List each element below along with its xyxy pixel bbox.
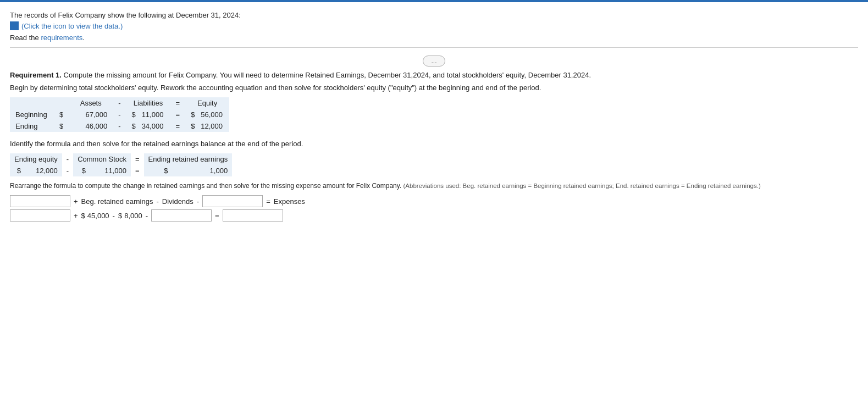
beginning-label: Beginning [10, 109, 54, 120]
formula-header-minus: - [62, 153, 73, 165]
col-header-assets: Assets [69, 97, 113, 109]
formula-header-common-stock: Common Stock [73, 153, 131, 165]
beginning-equity: $ 56,000 [185, 109, 229, 120]
formula-dollar3: $ [144, 165, 173, 176]
eq-op-row1: = [265, 197, 272, 206]
dividends-label: Dividends [162, 197, 193, 206]
read-requirements-text: Read the requirements. [10, 34, 858, 42]
data-icon-link[interactable]: (Click the icon to view the data.) [10, 21, 123, 30]
minus-op1-row2: - [112, 212, 116, 220]
rearrange-row1: + Beg. retained earnings - Dividends - =… [10, 195, 858, 207]
formula-dollar2: $ [73, 165, 90, 176]
beginning-dollar1: $ [54, 109, 69, 120]
formula-ending-equity-val: 12,000 [25, 165, 62, 176]
ending-label: Ending [10, 120, 54, 132]
rearrange-input2-row2[interactable] [151, 209, 212, 222]
beg-retained-value: 45,000 [87, 212, 109, 220]
icon-link-label: (Click the icon to view the data.) [21, 22, 123, 30]
formula-ending-retained-val: 1,000 [173, 165, 233, 176]
ending-minus: - [113, 120, 126, 132]
grid-icon [10, 21, 19, 30]
formula-header-ending-equity: Ending equity [10, 153, 62, 165]
formula-header-eq: = [131, 153, 144, 165]
divider [10, 47, 858, 48]
minus-op2-row1: - [196, 197, 200, 206]
dividends-value: 8,000 [124, 212, 142, 220]
eq-op-row2: = [214, 212, 220, 220]
requirements-link[interactable]: requirements [41, 34, 82, 42]
ending-assets: 46,000 [69, 120, 113, 132]
ending-equity: $ 12,000 [185, 120, 229, 132]
formula-common-stock-val: 11,000 [90, 165, 131, 176]
plus-op-row1: + [73, 197, 79, 206]
formula-dollar1: $ [10, 165, 25, 176]
rearrange-row2: + $ 45,000 - $ 8,000 - = [10, 209, 858, 222]
ending-dollar1: $ [54, 120, 69, 132]
plus-op-row2: + [73, 212, 79, 220]
requirement-header: Requirement 1. Compute the missing amoun… [10, 71, 858, 79]
beginning-dollar2: $ 11,000 [126, 109, 170, 120]
col-header-liabilities: Liabilities [126, 97, 170, 109]
dollar-div: $ [118, 212, 122, 220]
formula-eq-val: = [131, 165, 144, 176]
ending-eq: = [170, 120, 186, 132]
intro-title: The records of Felix Company show the fo… [10, 11, 858, 19]
rearrange-input2-row1[interactable] [202, 195, 263, 207]
rearrange-para: Rearrange the formula to compute the cha… [10, 181, 858, 191]
rearrange-input1-row2[interactable] [10, 209, 70, 222]
rearrange-input1-row1[interactable] [10, 195, 70, 207]
ending-dollar2: $ 34,000 [126, 120, 170, 132]
beg-retained-label: Beg. retained earnings [81, 197, 153, 206]
minus-op1-row1: - [155, 197, 159, 206]
formula-header-ending-retained: Ending retained earnings [144, 153, 233, 165]
begin-para: Begin by determining total stockholders'… [10, 84, 858, 92]
col-header-equity: Equity [185, 97, 229, 109]
collapse-button[interactable]: ... [423, 56, 445, 67]
formula-table: Ending equity - Common Stock = Ending re… [10, 153, 232, 176]
rearrange-abbrev: (Abbreviations used: Beg. retained earni… [403, 182, 761, 189]
formula-minus-val: - [62, 165, 73, 176]
col-header-eq: = [170, 97, 186, 109]
rearrange-result-row2[interactable] [223, 209, 283, 222]
minus-op2-row2: - [145, 212, 149, 220]
beginning-eq: = [170, 109, 186, 120]
beginning-minus: - [113, 109, 126, 120]
beginning-assets: 67,000 [69, 109, 113, 120]
identify-formula-para: Identify the formula and then solve for … [10, 140, 858, 148]
col-header-minus1: - [113, 97, 126, 109]
dollar-beg: $ [81, 212, 85, 220]
expenses-label: Expenses [274, 197, 305, 206]
accounting-equation-table: Assets - Liabilities = Equity Beginning … [10, 97, 229, 132]
